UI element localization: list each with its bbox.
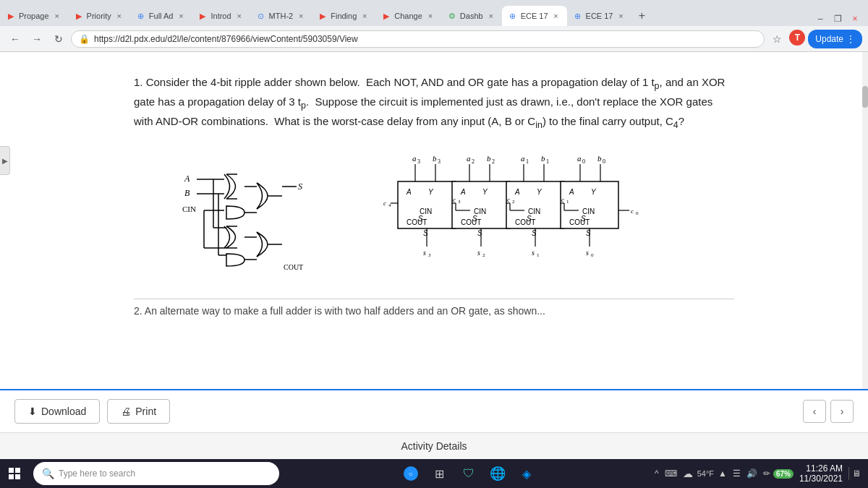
prev-arrow-button[interactable]: ‹ — [803, 400, 826, 423]
svg-text:2: 2 — [512, 199, 515, 205]
tab-finding[interactable]: ▶ Finding × — [312, 6, 375, 26]
svg-text:s: s — [532, 249, 535, 257]
svg-text:s: s — [423, 249, 426, 257]
print-button[interactable]: 🖨 Print — [107, 399, 170, 424]
tab-introd[interactable]: ▶ Introd × — [192, 6, 250, 26]
svg-text:1: 1 — [546, 158, 549, 165]
start-button[interactable] — [0, 459, 29, 488]
tab-close-ece17-2[interactable]: × — [616, 12, 626, 20]
tab-ece17-2[interactable]: ⊕ ECE 17 × — [567, 6, 632, 26]
profile-icon[interactable]: T — [789, 30, 805, 46]
svg-text:0: 0 — [582, 158, 585, 165]
restore-button[interactable]: ❐ — [830, 12, 845, 26]
pen-icon[interactable]: ✏ — [762, 467, 772, 480]
tab-label-introd: Introd — [210, 12, 231, 20]
tab-ece17-1[interactable]: ⊕ ECE 17 × — [502, 6, 567, 26]
update-chevron-icon: ⋮ — [846, 34, 855, 44]
tab-label-finding: Finding — [331, 12, 357, 20]
activity-details-bar: Activity Details — [0, 432, 868, 459]
svg-text:c: c — [561, 196, 564, 203]
network-icon[interactable]: ⌨ — [663, 467, 678, 480]
tab-close-introd[interactable]: × — [234, 12, 244, 20]
svg-text:4: 4 — [388, 202, 391, 208]
svg-text:0: 0 — [636, 210, 639, 216]
svg-text:3: 3 — [417, 158, 420, 165]
tab-change[interactable]: ▶ Change × — [375, 6, 441, 26]
content-inner: 1. Consider the 4-bit ripple adder shown… — [90, 52, 778, 331]
search-icon: 🔍 — [42, 468, 54, 479]
tab-propage[interactable]: ▶ Propage × — [0, 6, 68, 26]
sidebar-toggle[interactable]: ▶ — [0, 146, 10, 175]
tab-close-ece17-1[interactable]: × — [551, 12, 561, 20]
taskbar-search[interactable]: 🔍 Type here to search — [33, 462, 279, 485]
tab-dashb[interactable]: ⚙ Dashb × — [441, 6, 502, 26]
svg-text:1: 1 — [526, 158, 529, 165]
svg-text:A: A — [406, 188, 412, 196]
svg-text:S: S — [586, 229, 591, 237]
svg-text:a: a — [577, 154, 582, 163]
tab-favicon-change: ▶ — [381, 11, 391, 21]
svg-text:A: A — [460, 188, 466, 196]
sys-tray-icons: ^ ⌨ ☁ 54°F ▲ ☰ 🔊 ✏ — [653, 466, 772, 481]
address-text: https://d2l.pdx.edu/d2l/le/content/87696… — [94, 34, 757, 44]
tab-close-propage[interactable]: × — [52, 12, 62, 20]
tab-close-mth2[interactable]: × — [296, 12, 306, 20]
taskbar-task-view-icon[interactable]: ⊞ — [427, 461, 453, 487]
svg-text:A: A — [184, 174, 190, 184]
time-display: 11:26 AM — [806, 463, 843, 474]
close-button[interactable]: × — [848, 12, 862, 26]
tab-mth2[interactable]: ⊙ MTH-2 × — [250, 6, 312, 26]
taskbar-chrome-icon[interactable]: 🌐 — [485, 461, 511, 487]
svg-text:c: c — [507, 196, 510, 203]
tab-close-change[interactable]: × — [425, 12, 435, 20]
tab-favicon-dashb: ⚙ — [447, 11, 457, 21]
tab-label-dashb: Dashb — [460, 12, 483, 20]
ripple-adder-diagram: a3 b3 a2 b2 a1 b1 a0 b0 — [383, 153, 687, 272]
speaker-icon[interactable]: 🔊 — [745, 467, 759, 480]
tab-priority[interactable]: ▶ Priority × — [68, 6, 130, 26]
tab-close-dashb[interactable]: × — [486, 12, 496, 20]
tab-close-priority[interactable]: × — [114, 12, 124, 20]
minimize-button[interactable]: – — [813, 12, 827, 26]
svg-text:c: c — [383, 200, 386, 207]
tab-favicon-propage: ▶ — [6, 11, 16, 21]
forward-button[interactable]: → — [27, 30, 46, 48]
svg-text:a: a — [467, 154, 471, 163]
tab-close-full-adder[interactable]: × — [176, 12, 186, 20]
print-label: Print — [135, 406, 156, 417]
download-button[interactable]: ⬇ Download — [14, 399, 100, 424]
svg-text:COUT: COUT — [569, 218, 590, 226]
lock-icon: 🔒 — [79, 34, 90, 44]
show-desktop-button[interactable]: 🖥 — [848, 467, 862, 480]
svg-text:S: S — [472, 215, 477, 223]
update-button[interactable]: Update ⋮ — [808, 30, 862, 48]
refresh-button[interactable]: ↻ — [49, 30, 68, 48]
up-arrow-icon[interactable]: ▲ — [717, 467, 728, 480]
taskbar-app-icon[interactable]: ◈ — [514, 461, 540, 487]
address-bar[interactable]: 🔒 https://d2l.pdx.edu/d2l/le/content/876… — [71, 30, 765, 48]
next-arrow-button[interactable]: › — [830, 400, 854, 423]
svg-text:2: 2 — [492, 158, 495, 165]
clock[interactable]: 11:26 AM 11/30/2021 — [795, 462, 847, 485]
tab-favicon-introd: ▶ — [197, 11, 208, 21]
svg-text:COUT: COUT — [515, 218, 535, 226]
bookmark-icon[interactable]: ☆ — [767, 30, 786, 48]
back-button[interactable]: ← — [6, 30, 25, 48]
chevron-up-icon[interactable]: ^ — [653, 467, 660, 480]
svg-rect-111 — [9, 468, 14, 473]
windows-icon — [9, 468, 20, 479]
taskbar-cortana-icon[interactable]: ○ — [398, 461, 424, 487]
weather-cloud-icon[interactable]: ☁ — [681, 466, 694, 481]
tab-close-finding[interactable]: × — [359, 12, 370, 20]
notifications-icon[interactable]: ☰ — [731, 467, 742, 480]
tab-full-adder[interactable]: ⊕ Full Ad × — [130, 6, 192, 26]
new-tab-button[interactable]: + — [631, 6, 652, 26]
download-label: Download — [41, 406, 86, 417]
scroll-indicator[interactable] — [862, 52, 868, 389]
taskbar: 🔍 Type here to search ○ ⊞ 🛡 🌐 ◈ ^ ⌨ ☁ 54… — [0, 459, 868, 488]
taskbar-shield-icon[interactable]: 🛡 — [456, 461, 482, 487]
svg-text:S: S — [418, 215, 423, 223]
date-display: 11/30/2021 — [799, 474, 843, 484]
svg-text:3: 3 — [438, 158, 441, 165]
scroll-thumb[interactable] — [862, 86, 868, 108]
